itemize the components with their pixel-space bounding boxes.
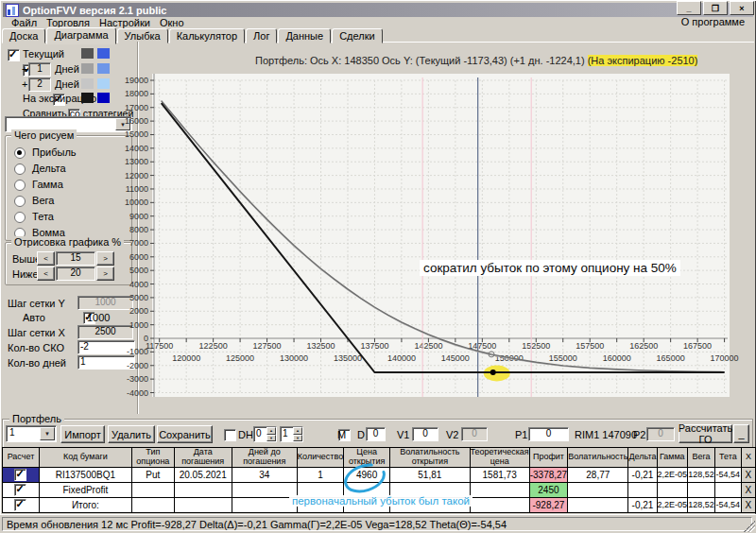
rim-price-label: RIM1 147090 <box>575 429 637 440</box>
table-cell: Put <box>131 467 174 482</box>
table-cell <box>688 482 715 497</box>
y-tick-label: 10000 <box>125 198 148 207</box>
table-cell: -54,54 <box>714 467 741 482</box>
x-tick-label: 127500 <box>253 341 282 351</box>
table-cell <box>657 482 688 497</box>
y-tick-label: -4000 <box>127 388 148 398</box>
x-tick-label: 122500 <box>199 341 228 351</box>
y-tick-label: 17000 <box>125 103 148 112</box>
column-header: Профит <box>529 448 567 468</box>
y-tick-label: 2000 <box>129 306 148 316</box>
m-label: M <box>337 429 346 440</box>
x-tick-label: 132500 <box>306 341 335 351</box>
x-tick-label: 135000 <box>334 353 362 363</box>
y-tick-label: -3000 <box>127 374 148 384</box>
p1-input[interactable]: 0 <box>528 427 569 441</box>
table-cell: 1 <box>297 467 343 482</box>
d-input[interactable]: 0 <box>366 427 386 441</box>
y-tick-label: 11000 <box>126 184 148 194</box>
y-tick-label: 8000 <box>129 225 148 234</box>
y-tick-label: 7000 <box>129 238 148 248</box>
spin-up-icon[interactable]: ▲ <box>293 427 302 435</box>
table-cell: 2,2E-05 <box>657 467 688 482</box>
x-tick-label: 170000 <box>711 353 739 363</box>
row-calc-checkbox[interactable] <box>14 484 26 496</box>
spin-down-icon[interactable]: ▼ <box>266 435 276 442</box>
y-tick-label: 19000 <box>125 76 148 85</box>
x-tick-label: 152500 <box>522 341 550 351</box>
portfolio-select[interactable]: 1 ▼ <box>6 425 57 442</box>
save-button[interactable]: Сохранить <box>157 425 213 443</box>
ink-note-annotation: первоначальный убыток был такой <box>289 495 472 507</box>
resize-grip-icon[interactable] <box>744 521 755 532</box>
dropdown-arrow-icon[interactable]: ▼ <box>40 427 55 440</box>
v1-input[interactable]: 0 <box>412 427 438 441</box>
column-header: Вега <box>688 448 715 468</box>
table-cell <box>714 482 741 497</box>
delete-button[interactable]: Удалить <box>108 425 155 443</box>
column-header: Количество <box>297 448 343 468</box>
table-cell: RI137500BQ1 <box>39 467 131 482</box>
table-cell: 2,2E-05 <box>657 497 688 512</box>
x-tick-label: 155000 <box>549 353 577 363</box>
table-cell <box>174 482 232 497</box>
row-calc-checkbox[interactable] <box>14 469 26 481</box>
p2-label: P2 <box>633 429 645 440</box>
column-header: Волатильность открытия <box>390 448 471 468</box>
x-tick-label: 165000 <box>657 353 685 363</box>
p2-input[interactable]: 0 <box>646 427 675 441</box>
table-cell <box>232 482 297 497</box>
dh-checkbox[interactable] <box>224 429 236 441</box>
table-cell: 2450 <box>529 482 567 497</box>
portfolio-label: Портфель <box>9 413 64 424</box>
calc-go-button[interactable]: Рассчитать ГО <box>679 424 732 443</box>
dh-spinner-1-value: 0 <box>256 428 262 438</box>
table-cell <box>232 497 297 512</box>
import-button[interactable]: Импорт <box>60 425 105 443</box>
row-delete-button[interactable]: X <box>741 482 755 497</box>
v2-label: V2 <box>446 429 458 440</box>
mini-button[interactable]: _ <box>733 424 749 443</box>
x-tick-label: 130000 <box>280 353 308 363</box>
y-tick-label: 13000 <box>125 157 148 166</box>
table-cell: 128,52 <box>688 497 715 512</box>
column-header: Тета <box>714 448 741 468</box>
table-cell <box>470 482 529 497</box>
y-tick-label: 1000 <box>129 320 148 330</box>
y-tick-label: 9000 <box>129 212 148 221</box>
status-bar: Время обновления 12 мс Profit=-928,27 De… <box>0 514 756 533</box>
column-header: Дельта <box>628 448 657 468</box>
v1-label: V1 <box>397 429 409 440</box>
table-row[interactable]: RI137500BQ1Put20.05.2021341496051,811581… <box>3 467 756 482</box>
row-delete-button[interactable]: X <box>741 467 755 482</box>
chart-header-expiration-value: (На экспирацию -2510) <box>588 55 698 66</box>
y-tick-label: 3000 <box>129 293 148 302</box>
row-calc-checkbox[interactable] <box>14 499 26 511</box>
y-tick-label: 14000 <box>125 144 148 153</box>
app-window: OptionFVV версия 2.1 public _ ❐ × ФайлТо… <box>0 0 756 533</box>
dh-label: DH <box>238 429 253 440</box>
x-tick-label: 117500 <box>146 341 173 351</box>
table-cell: -928,27 <box>529 497 567 512</box>
dh-spinner-1[interactable]: 0 ▲▼ <box>253 426 277 442</box>
table-cell <box>568 482 628 497</box>
y-tick-label: -2000 <box>127 361 148 370</box>
dh-spinner-2[interactable]: 1 ▲▼ <box>280 426 303 442</box>
spin-up-icon[interactable]: ▲ <box>266 427 276 435</box>
table-cell: -0,21 <box>628 497 657 512</box>
table-cell: 4960 <box>344 467 390 482</box>
table-cell <box>174 497 232 512</box>
chart-header: Портфель: Ось X: 148350 Ось Y: (Текущий … <box>255 55 697 66</box>
x-tick-label: 137500 <box>360 341 388 351</box>
table-cell <box>568 497 628 512</box>
spin-down-icon[interactable]: ▼ <box>293 435 302 442</box>
row-delete-button[interactable]: X <box>741 497 755 512</box>
table-cell <box>131 497 174 512</box>
column-header: Расчет <box>3 448 40 468</box>
column-header: Гамма <box>657 448 688 468</box>
v2-input[interactable]: 0 <box>461 427 488 441</box>
status-text: Время обновления 12 мс Profit=-928,27 De… <box>2 517 752 531</box>
y-tick-label: 4000 <box>129 280 148 289</box>
column-header: Цена открытия <box>344 448 390 468</box>
x-tick-label: 157500 <box>576 341 604 351</box>
